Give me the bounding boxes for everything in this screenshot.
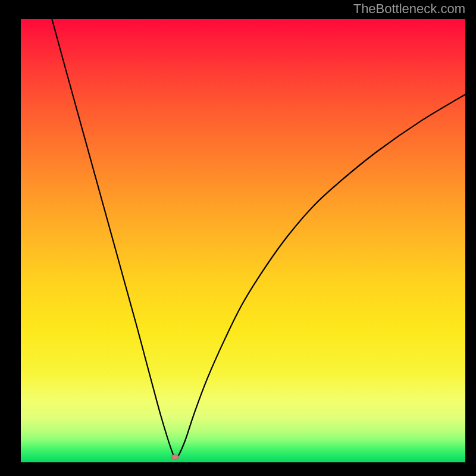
chart-curve-svg [21, 19, 465, 462]
bottleneck-curve [52, 19, 465, 459]
minimum-marker [171, 455, 179, 460]
watermark-text: TheBottleneck.com [353, 1, 465, 17]
chart-plot-area [21, 19, 465, 462]
